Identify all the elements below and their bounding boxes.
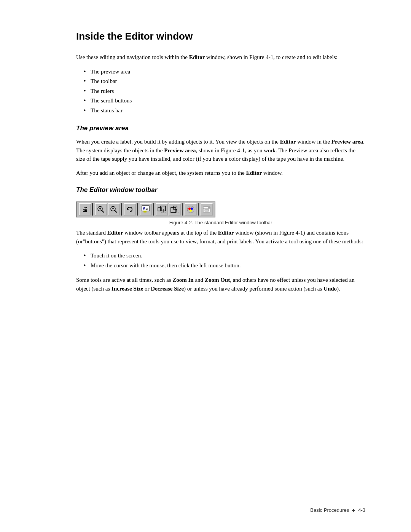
separator-2 xyxy=(121,203,123,216)
graphic-button[interactable] xyxy=(185,203,197,216)
svg-point-22 xyxy=(191,208,193,210)
bold-preview-area: Preview area xyxy=(331,139,363,145)
svg-point-23 xyxy=(190,209,192,212)
preview-paragraph-2: After you add an object or change an obj… xyxy=(76,169,365,177)
separator-5 xyxy=(182,203,183,216)
svg-rect-11 xyxy=(143,211,147,212)
footer-diamond-icon: ◆ xyxy=(352,508,355,512)
bold-zoom-in: Zoom In xyxy=(172,277,193,283)
zoom-in-icon xyxy=(97,206,105,213)
print-preview-button[interactable] xyxy=(201,203,213,216)
section-heading-preview: The preview area xyxy=(76,125,365,132)
bold-increase-size: Increase Size xyxy=(112,286,143,292)
print-button[interactable] xyxy=(79,203,91,216)
method-item-2: Move the cursor with the mouse, then cli… xyxy=(84,261,365,271)
toolbar-figure: A B xyxy=(76,201,365,225)
page: Inside the Editor window Use these editi… xyxy=(0,0,411,532)
svg-rect-26 xyxy=(205,209,209,211)
bold-editor-2: Editor xyxy=(246,170,262,176)
svg-line-1 xyxy=(102,211,104,213)
preview-paragraph-1: When you create a label, you build it by… xyxy=(76,137,365,163)
toolbar-image: A B xyxy=(76,201,215,217)
separator-6 xyxy=(198,203,199,216)
svg-text:B: B xyxy=(146,208,148,210)
bold-preview-area-2: Preview area xyxy=(164,147,196,153)
intro-bullet-list: The preview area The toolbar The rulers … xyxy=(84,67,365,116)
svg-point-21 xyxy=(188,208,191,210)
bold-decrease-size: Decrease Size xyxy=(151,286,184,292)
svg-text:A: A xyxy=(143,206,145,211)
bold-editor-4: Editor xyxy=(218,230,234,236)
zoom-out-button[interactable] xyxy=(108,203,120,216)
method-bullet-list: Touch it on the screen. Move the cursor … xyxy=(84,251,365,270)
bullet-item-1: The preview area xyxy=(84,67,365,77)
increase-size-icon xyxy=(158,205,166,214)
text-object-icon: A B xyxy=(142,205,150,214)
graphic-icon xyxy=(186,205,195,214)
svg-point-27 xyxy=(208,207,210,209)
method-item-1: Touch it on the screen. xyxy=(84,251,365,261)
bold-editor-1: Editor xyxy=(280,139,296,145)
page-title: Inside the Editor window xyxy=(76,30,365,44)
increase-size-button[interactable] xyxy=(156,203,168,216)
footer: Basic Procedures ◆ 4-3 xyxy=(310,507,365,513)
svg-line-5 xyxy=(115,211,117,213)
bold-zoom-out: Zoom Out xyxy=(205,277,230,283)
undo-button[interactable] xyxy=(124,203,136,216)
bullet-item-2: The toolbar xyxy=(84,77,365,86)
decrease-size-icon xyxy=(170,205,179,214)
intro-text-after: window, shown in Figure 4-1, to create a… xyxy=(205,54,338,60)
intro-bold-editor: Editor xyxy=(189,54,205,60)
intro-paragraph: Use these editing and navigation tools w… xyxy=(76,53,365,62)
bold-editor-3: Editor xyxy=(107,230,123,236)
bullet-item-4: The scroll buttons xyxy=(84,96,365,106)
footer-section-label: Basic Procedures xyxy=(310,507,349,513)
print-preview-icon xyxy=(202,205,211,214)
bold-undo: Undo xyxy=(323,286,337,292)
decrease-size-button[interactable] xyxy=(169,203,181,216)
intro-text-before: Use these editing and navigation tools w… xyxy=(76,54,189,60)
bullet-item-3: The rulers xyxy=(84,86,365,96)
section-heading-toolbar: The Editor window toolbar xyxy=(76,186,365,194)
print-icon xyxy=(82,206,88,213)
zoom-in-button[interactable] xyxy=(95,203,107,216)
toolbar-paragraph-1: The standard Editor window toolbar appea… xyxy=(76,228,365,246)
zoom-out-icon xyxy=(110,206,118,213)
toolbar-paragraph-2: Some tools are active at all times, such… xyxy=(76,276,365,293)
separator-4 xyxy=(153,203,155,216)
separator-3 xyxy=(137,203,139,216)
text-object-button[interactable]: A B xyxy=(140,203,152,216)
separator-1 xyxy=(92,203,94,216)
undo-icon xyxy=(126,206,134,213)
footer-page-number: 4-3 xyxy=(358,507,365,513)
bullet-item-5: The status bar xyxy=(84,106,365,116)
figure-caption: Figure 4-2. The standard Editor window t… xyxy=(76,220,365,225)
